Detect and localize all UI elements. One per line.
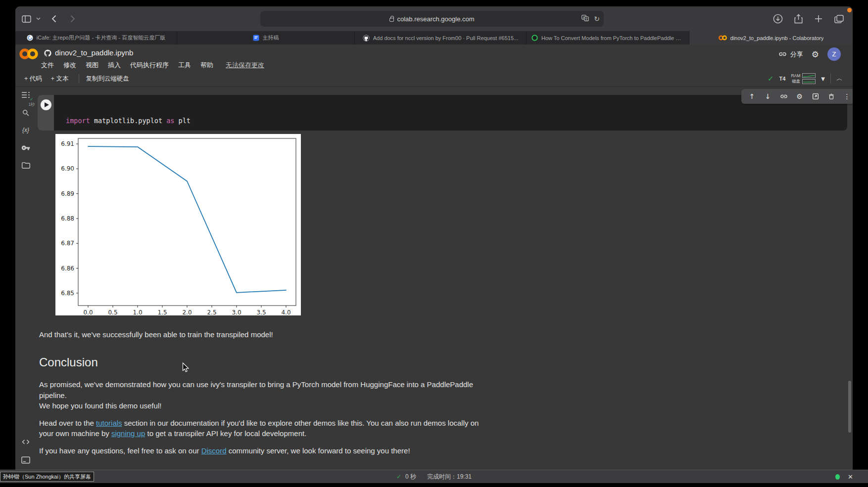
cell-run-column (38, 95, 54, 131)
scrollbar-thumb[interactable] (848, 381, 851, 433)
tab-overview-icon[interactable] (833, 13, 845, 25)
svg-text:0.5: 0.5 (108, 309, 117, 315)
cell-toolbar: ↑ ↓ ⚙ ⋮ (741, 89, 853, 104)
svg-text:6.85: 6.85 (61, 290, 74, 297)
more-actions-button[interactable]: ⋮ (843, 92, 851, 101)
colab-favicon (719, 35, 727, 41)
github-icon[interactable] (44, 49, 52, 59)
share-button[interactable]: 分享 (778, 50, 803, 59)
svg-text:6.86: 6.86 (61, 265, 74, 272)
tab-github-pr[interactable]: Add docs for nccl version by From00 · Pu… (355, 31, 527, 44)
delete-cell-button[interactable] (827, 92, 835, 101)
gpu-type-label: T4 (779, 76, 786, 82)
code-editor[interactable]: import matplotlib.pyplot as plt plt.plot… (54, 95, 191, 131)
add-text-button[interactable]: + 文本 (51, 75, 69, 83)
svg-text:6.90: 6.90 (61, 165, 74, 172)
back-button[interactable] (48, 13, 60, 25)
svg-text:3.0: 3.0 (232, 309, 241, 315)
cell-settings-gear-icon[interactable]: ⚙ (795, 92, 804, 101)
forward-button[interactable] (67, 13, 79, 25)
translate-icon[interactable]: A文 (581, 15, 589, 23)
connected-check-icon: ✓ (768, 74, 774, 83)
tab-icafe[interactable]: iCafe: 主repo用户问题 - 卡片查询 - 百度智能云度厂版 (15, 31, 177, 44)
resource-gauge[interactable]: RAM 磁盘 (791, 73, 816, 85)
settings-gear-icon[interactable]: ⚙ (812, 49, 819, 59)
browser-toolbar: colab.research.google.com A文 ↻ (15, 6, 853, 31)
share-label: 分享 (790, 50, 803, 59)
bottom-status-bar: 孙钟锴（Sun Zhongkai）的共享屏幕 ✓ 0 秒 完成时间：19:31 … (0, 470, 868, 483)
discord-link[interactable]: Discord (201, 446, 227, 455)
svg-text:2.0: 2.0 (182, 309, 192, 315)
recording-indicator-dot (847, 8, 852, 12)
secrets-key-icon[interactable] (20, 142, 31, 153)
add-code-button[interactable]: + 代码 (24, 75, 42, 83)
icafe-favicon (27, 35, 33, 41)
menu-view[interactable]: 视图 (86, 61, 98, 70)
tab-label: dinov2_to_paddle.ipynb - Colaboratory (730, 35, 824, 41)
tab-doc[interactable]: 主持稿 (177, 31, 355, 44)
svg-text:6.89: 6.89 (61, 190, 74, 197)
url-text: colab.research.google.com (397, 15, 474, 23)
paragraph-3: If you have any questions, feel free to … (39, 445, 484, 456)
svg-text:0.0: 0.0 (83, 309, 93, 315)
github-favicon (363, 35, 370, 42)
downloads-icon[interactable] (772, 13, 784, 25)
resources-chevron-down-icon[interactable]: ▼ (821, 76, 825, 82)
move-cell-up-button[interactable]: ↑ (748, 92, 756, 101)
cell-link-button[interactable] (779, 92, 788, 101)
menu-help[interactable]: 帮助 (200, 61, 213, 70)
ivy-favicon (531, 35, 538, 41)
tutorials-link[interactable]: tutorials (96, 419, 122, 427)
tab-ivy-docs[interactable]: How To Convert Models from PyTorch to Pa… (527, 31, 689, 44)
tab-label: Add docs for nccl version by From00 · Pu… (373, 35, 518, 41)
variables-icon[interactable]: {x} (20, 125, 31, 135)
mirror-cell-button[interactable] (811, 92, 820, 101)
doc-favicon (253, 35, 259, 41)
execution-status: ✓ 0 秒 完成时间：19:31 (0, 470, 868, 483)
menu-file[interactable]: 文件 (41, 61, 54, 70)
connection-dot-icon (835, 474, 840, 480)
code-line: import matplotlib.pyplot as plt (66, 117, 191, 126)
tab-colab-active[interactable]: dinov2_to_paddle.ipynb - Colaboratory (689, 31, 853, 44)
signing-up-link[interactable]: signing up (111, 429, 145, 438)
menu-tools[interactable]: 工具 (178, 61, 191, 70)
notebook-title[interactable]: dinov2_to_paddle.ipynb (55, 48, 133, 57)
conclusion-heading: Conclusion (39, 357, 484, 368)
run-cell-button[interactable] (41, 99, 51, 110)
disk-label: 磁盘 (791, 79, 800, 85)
paragraph-2-text: to get a transpiler API key for local de… (145, 429, 306, 438)
avatar[interactable]: Z (827, 47, 841, 61)
sidebar-chevron-down-icon[interactable] (35, 13, 41, 25)
toolbar-divider (79, 74, 79, 83)
paragraph-3-text: community server, we look forward to see… (227, 446, 410, 455)
tab-label: How To Convert Models from PyTorch to Pa… (541, 35, 684, 41)
share-icon[interactable] (792, 13, 804, 25)
status-check-icon: ✓ (396, 473, 401, 480)
menu-runtime[interactable]: 代码执行程序 (130, 61, 169, 70)
menu-edit[interactable]: 修改 (63, 61, 76, 70)
sidebar-toggle-icon[interactable] (20, 13, 32, 25)
address-bar[interactable]: colab.research.google.com A文 ↻ (260, 11, 604, 27)
svg-text:2.5: 2.5 (207, 309, 216, 315)
copy-to-drive-button[interactable]: 复制到云端硬盘 (86, 75, 130, 83)
reload-icon[interactable]: ↻ (594, 15, 600, 23)
menu-insert[interactable]: 插入 (108, 61, 121, 70)
move-cell-down-button[interactable]: ↓ (764, 92, 772, 101)
tab-strip: iCafe: 主repo用户问题 - 卡片查询 - 百度智能云度厂版 主持稿 A… (15, 31, 853, 44)
lock-icon (389, 18, 394, 22)
terminal-icon[interactable] (20, 454, 31, 465)
svg-text:4.0: 4.0 (281, 309, 290, 315)
code-cell: import matplotlib.pyplot as plt plt.plot… (38, 95, 847, 131)
tab-label: 主持稿 (263, 34, 279, 42)
collapse-toolbar-icon[interactable]: ︿ (836, 74, 843, 83)
ram-usage-sparkline (802, 73, 816, 78)
new-tab-icon[interactable] (813, 13, 824, 25)
search-icon[interactable] (20, 107, 31, 118)
code-snippets-icon[interactable] (20, 436, 31, 447)
colab-header: dinov2_to_paddle.ipynb 文件 修改 视图 插入 代码执行程… (15, 44, 853, 71)
menubar: 文件 修改 视图 插入 代码执行程序 工具 帮助 无法保存更改 (41, 61, 264, 70)
close-statusbar-button[interactable]: ✕ (848, 473, 853, 481)
unsaved-changes-link[interactable]: 无法保存更改 (226, 61, 264, 70)
paragraph-2: Head over to the tutorials section in ou… (39, 418, 484, 439)
files-folder-icon[interactable] (20, 160, 31, 171)
